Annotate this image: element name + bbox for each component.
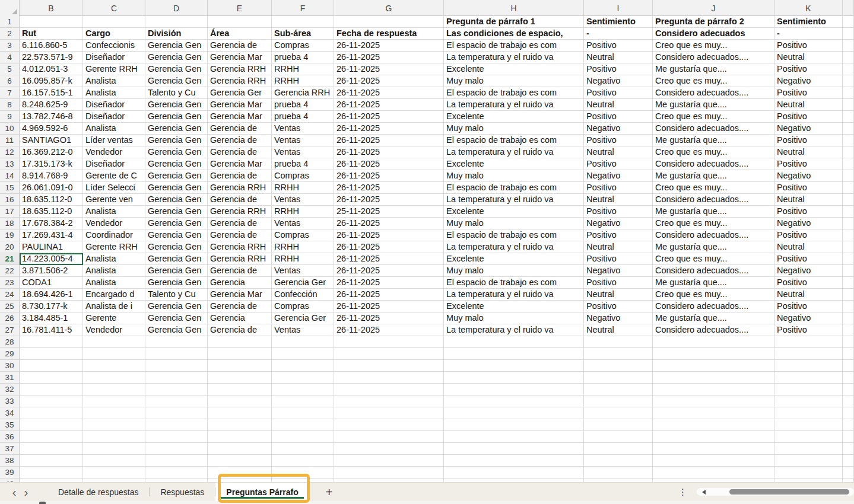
cell[interactable]: [843, 206, 854, 218]
cell[interactable]: [843, 135, 854, 146]
cell-G13[interactable]: 26-11-2025: [334, 158, 444, 170]
row-number[interactable]: 30: [0, 360, 20, 372]
cell-G30[interactable]: [334, 360, 444, 372]
cell-F13[interactable]: prueba 4: [272, 158, 334, 170]
row-number[interactable]: 23: [0, 277, 20, 289]
cell-K2[interactable]: -: [774, 28, 843, 40]
row-number[interactable]: 20: [0, 241, 20, 253]
cell-D39[interactable]: [145, 467, 208, 479]
cell-C34[interactable]: [83, 407, 145, 419]
cell-I13[interactable]: Positivo: [584, 158, 653, 170]
cell-K12[interactable]: Neutral: [774, 146, 843, 158]
column-header[interactable]: I: [584, 0, 653, 16]
scroll-left-arrow-icon[interactable]: [702, 490, 706, 495]
row-number[interactable]: 26: [0, 312, 20, 324]
row-number[interactable]: 9: [0, 111, 20, 123]
cell[interactable]: [843, 372, 854, 384]
column-header[interactable]: F: [272, 0, 334, 16]
cell-G36[interactable]: [334, 431, 444, 443]
cell-G34[interactable]: [334, 407, 444, 419]
cell-I1[interactable]: Sentimiento: [584, 16, 653, 28]
cell-E10[interactable]: Gerencia de: [208, 123, 272, 135]
horizontal-scrollbar-thumb[interactable]: [729, 489, 849, 495]
cell-F12[interactable]: Ventas: [272, 146, 334, 158]
cell-G16[interactable]: 26-11-2025: [334, 194, 444, 206]
cell-G23[interactable]: 26-11-2025: [334, 277, 444, 289]
cell-C31[interactable]: [83, 372, 145, 384]
cell-B8[interactable]: 8.248.625-9: [20, 99, 83, 111]
cell-K13[interactable]: Positivo: [774, 158, 843, 170]
cell-H28[interactable]: [444, 336, 584, 348]
cell-E9[interactable]: Gerencia Mar: [208, 111, 272, 123]
cell[interactable]: [843, 301, 854, 312]
row-number[interactable]: 38: [0, 455, 20, 467]
cell[interactable]: [843, 194, 854, 206]
cell[interactable]: [843, 336, 854, 348]
row-number[interactable]: 24: [0, 289, 20, 301]
cell-J1[interactable]: Pregunta de párrafo 2: [653, 16, 774, 28]
cell[interactable]: [843, 455, 854, 467]
cell-E30[interactable]: [208, 360, 272, 372]
cell-J18[interactable]: Creo que es muy...: [653, 218, 774, 229]
cell-B2[interactable]: Rut: [20, 28, 83, 40]
cell-E25[interactable]: Gerencia de: [208, 301, 272, 312]
cell-E29[interactable]: [208, 348, 272, 360]
cell-I23[interactable]: Positivo: [584, 277, 653, 289]
cell-G17[interactable]: 25-11-2025: [334, 206, 444, 218]
cell-D36[interactable]: [145, 431, 208, 443]
cell-I22[interactable]: Negativo: [584, 265, 653, 277]
cell-B3[interactable]: 6.116.860-5: [20, 40, 83, 52]
cell-G7[interactable]: 26-11-2025: [334, 87, 444, 99]
cell-J15[interactable]: Creo que es muy...: [653, 182, 774, 194]
cell-J30[interactable]: [653, 360, 774, 372]
horizontal-scrollbar[interactable]: [697, 488, 854, 496]
cell-F37[interactable]: [272, 443, 334, 455]
cell[interactable]: [843, 40, 854, 52]
cell-C39[interactable]: [83, 467, 145, 479]
cell-C5[interactable]: Gerente RRH: [83, 63, 145, 75]
row-number[interactable]: 7: [0, 87, 20, 99]
cell-J35[interactable]: [653, 419, 774, 431]
cell[interactable]: [843, 111, 854, 123]
select-all-corner[interactable]: [0, 0, 20, 16]
cell-F8[interactable]: prueba 4: [272, 99, 334, 111]
cell-J25[interactable]: Considero adecuados....: [653, 301, 774, 312]
cell-I14[interactable]: Negativo: [584, 170, 653, 182]
cell[interactable]: [843, 253, 854, 265]
cell-B16[interactable]: 18.635.112-0: [20, 194, 83, 206]
cell-C38[interactable]: [83, 455, 145, 467]
row-number[interactable]: 34: [0, 407, 20, 419]
cell-B12[interactable]: 16.369.212-0: [20, 146, 83, 158]
cell-I37[interactable]: [584, 443, 653, 455]
cell-F24[interactable]: Confección: [272, 289, 334, 301]
cell-K9[interactable]: Positivo: [774, 111, 843, 123]
cell-B26[interactable]: 3.184.485-1: [20, 312, 83, 324]
cell-I16[interactable]: Neutral: [584, 194, 653, 206]
cell-B11[interactable]: SANTIAGO1: [20, 135, 83, 146]
cell-C4[interactable]: Diseñador: [83, 52, 145, 63]
row-number[interactable]: 39: [0, 467, 20, 479]
cell-C29[interactable]: [83, 348, 145, 360]
cell-B15[interactable]: 26.061.091-0: [20, 182, 83, 194]
cell-F1[interactable]: [272, 16, 334, 28]
cell-I36[interactable]: [584, 431, 653, 443]
cell-E12[interactable]: Gerencia de: [208, 146, 272, 158]
cell-H25[interactable]: Excelente: [444, 301, 584, 312]
cell-F2[interactable]: Sub-área: [272, 28, 334, 40]
row-number[interactable]: 16: [0, 194, 20, 206]
cell-E3[interactable]: Gerencia de: [208, 40, 272, 52]
cell-D27[interactable]: Gerencia Gen: [145, 324, 208, 336]
cell-B30[interactable]: [20, 360, 83, 372]
cell-B6[interactable]: 16.095.857-k: [20, 75, 83, 87]
cell-G19[interactable]: 26-11-2025: [334, 229, 444, 241]
cell-D19[interactable]: Gerencia Gen: [145, 229, 208, 241]
cell-C28[interactable]: [83, 336, 145, 348]
cell-J34[interactable]: [653, 407, 774, 419]
cell-K35[interactable]: [774, 419, 843, 431]
cell[interactable]: [843, 443, 854, 455]
cell-D1[interactable]: [145, 16, 208, 28]
cell-K21[interactable]: Positivo: [774, 253, 843, 265]
cell-I31[interactable]: [584, 372, 653, 384]
cell-D20[interactable]: Gerencia Gen: [145, 241, 208, 253]
row-number[interactable]: 11: [0, 135, 20, 146]
